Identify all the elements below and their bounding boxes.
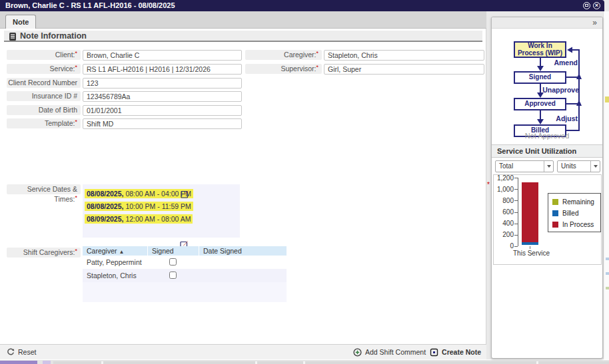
date-of-birth-field[interactable]: 01/01/2001: [83, 105, 242, 116]
chart-legend: Remaining Billed In Process: [548, 193, 601, 232]
y-axis: [518, 178, 518, 246]
caregiver-name: Stapleton, Chris: [83, 272, 148, 279]
shift-caregivers-label: Shift Caregivers:*: [7, 248, 81, 258]
background-page-strip: [603, 11, 609, 359]
y-tick-label: 1,000: [494, 186, 514, 193]
client-record-number-field[interactable]: 123: [83, 78, 242, 89]
table-header-row: Caregiver ▲ Signed Date Signed: [83, 246, 287, 256]
workflow-diagram: Work In Process (WIP) Signed Approved Bi…: [492, 29, 602, 130]
supervisor-field[interactable]: Girl, Super: [324, 64, 484, 75]
x-category-label: This Service: [496, 250, 566, 257]
insurance-id-field[interactable]: 123456789Aa: [83, 91, 242, 102]
service-date-row: 08/08/2025, 08:00 AM - 04:00 PM: [85, 187, 193, 198]
column-header-caregiver[interactable]: Caregiver ▲: [83, 246, 148, 256]
date-of-birth-label: Date of Birth: [7, 105, 81, 115]
template-label: Template:*: [7, 118, 81, 128]
legend-swatch-billed: [552, 210, 558, 216]
create-note-button[interactable]: Create Note: [430, 348, 481, 357]
reset-icon: [7, 348, 15, 356]
service-dates-label: Service Dates & Times:*: [7, 184, 81, 194]
y-tick-label: 0: [494, 242, 514, 250]
x-axis-tick: [530, 246, 530, 249]
template-field[interactable]: Shift MD: [83, 118, 242, 129]
reset-button[interactable]: Reset: [7, 348, 36, 356]
column-header-signed[interactable]: Signed: [148, 246, 199, 256]
chevron-down-icon: [590, 161, 600, 172]
client-record-number-label: Client Record Number: [7, 78, 81, 88]
y-tick-label: 800: [494, 197, 514, 204]
utilization-chart: 1,200 1,000 800 600 400 200 0 This Servi…: [493, 174, 602, 265]
service-date-row: 08/09/2025, 12:00 AM - 08:00 AM: [85, 212, 193, 223]
not-approved-status: Not Approved: [492, 132, 602, 140]
caregiver-field[interactable]: Stapleton, Chris: [324, 50, 484, 61]
signed-checkbox[interactable]: [169, 258, 177, 266]
y-tick-label: 400: [494, 220, 514, 227]
window-titlebar: Brown, Charlie C - RS L1 AFL-H2016 - 08/…: [0, 0, 604, 11]
add-circle-icon: [353, 348, 362, 357]
stacked-bar-this-service: [522, 176, 538, 245]
background-page-bottom: [0, 359, 609, 364]
signed-checkbox[interactable]: [169, 272, 177, 279]
shift-caregivers-table: Caregiver ▲ Signed Date Signed Patty, Pe…: [83, 246, 287, 302]
page-title: Note Information: [20, 31, 87, 41]
note-clipboard-icon: [9, 32, 17, 41]
insurance-id-label: Insurance ID #: [7, 91, 81, 101]
create-note-icon: [430, 348, 438, 357]
tab-note[interactable]: Note: [5, 15, 36, 29]
legend-swatch-remaining: [552, 199, 558, 205]
required-marker: *: [487, 181, 490, 188]
caregiver-name: Patty, Peppermint: [83, 258, 148, 266]
workflow-edge-adjust: Adjust: [548, 114, 578, 122]
legend-swatch-inprocess: [552, 222, 558, 228]
service-field[interactable]: RS L1 AFL-H2016 | H2016 | 12/31/2026: [83, 64, 242, 75]
client-label: Client:*: [7, 50, 81, 60]
utilization-header: Service Unit Utilization: [492, 144, 602, 158]
edit-icon[interactable]: [181, 190, 189, 198]
footer-action-bar: Reset Add Shift Comment Create Note: [0, 344, 486, 359]
utilization-scope-select[interactable]: Total: [495, 160, 554, 172]
workflow-box-approved: Approved: [514, 98, 566, 110]
sort-asc-icon: ▲: [119, 249, 124, 255]
close-window-icon[interactable]: ×: [593, 2, 600, 9]
panel-header: »: [492, 17, 602, 29]
workflow-utilization-panel: » Work In Process (WIP) Signed Approved …: [491, 17, 603, 359]
workflow-edge-unapprove: Unapprove: [537, 86, 579, 94]
client-field[interactable]: Brown, Charlie C: [83, 50, 242, 61]
y-tick-label: 1,200: [494, 174, 514, 182]
utilization-unit-select[interactable]: Units: [557, 160, 600, 172]
workflow-edge-amend: Amend: [545, 59, 578, 67]
caregiver-label: Caregiver:*: [245, 50, 322, 60]
window-title: Brown, Charlie C - RS L1 AFL-H2016 - 08/…: [5, 0, 175, 11]
y-tick-label: 600: [494, 208, 514, 216]
restore-window-icon[interactable]: [583, 2, 590, 9]
table-empty-area: [83, 282, 287, 302]
column-header-date-signed[interactable]: Date Signed: [199, 246, 287, 256]
workflow-box-wip: Work In Process (WIP): [514, 41, 566, 58]
y-tick-label: 200: [494, 231, 514, 238]
add-shift-comment-button[interactable]: Add Shift Comment: [353, 348, 426, 357]
table-row: Patty, Peppermint: [83, 256, 287, 269]
workflow-box-signed: Signed: [514, 71, 566, 84]
service-date-row: 08/08/2025, 10:00 PM - 11:59 PM: [85, 200, 193, 210]
collapse-panel-icon[interactable]: »: [592, 17, 597, 28]
service-label: Service:*: [7, 64, 81, 74]
table-row: Stapleton, Chris: [83, 269, 287, 282]
tab-strip: Note: [0, 11, 486, 29]
note-form-panel: Note Information Client:* Brown, Charlie…: [0, 29, 486, 344]
chevron-down-icon: [544, 161, 553, 172]
supervisor-label: Supervisor:*: [245, 64, 322, 74]
service-dates-panel: 08/08/2025, 08:00 AM - 04:00 PM 08/08/20…: [83, 184, 240, 238]
section-header: Note Information: [4, 31, 482, 42]
